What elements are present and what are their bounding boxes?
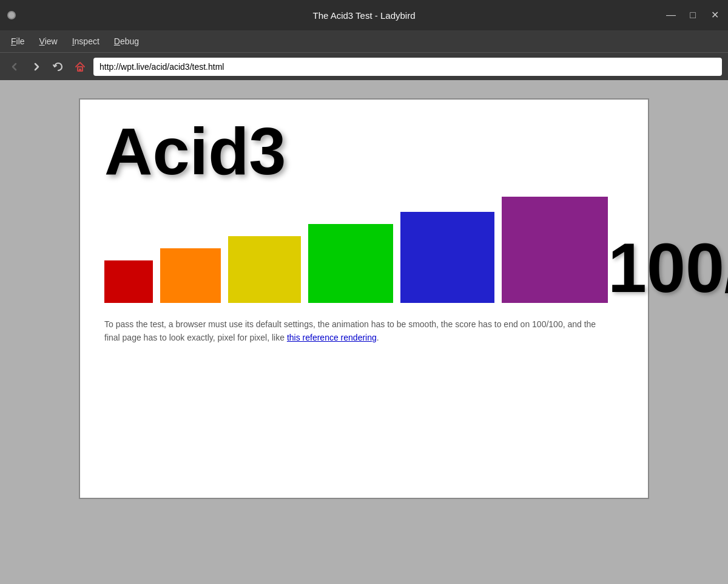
menu-inspect[interactable]: Inspect <box>66 34 106 49</box>
score-display: 100/100 <box>608 233 728 303</box>
nav-bar <box>0 52 728 80</box>
svg-rect-1 <box>79 69 81 71</box>
acid3-heading: Acid3 <box>104 118 624 185</box>
color-box-purple <box>502 197 608 303</box>
window-title: The Acid3 Test - Ladybird <box>313 10 416 21</box>
menu-view[interactable]: View <box>33 34 64 49</box>
color-box-red <box>104 260 153 303</box>
menu-bar: File View Inspect Debug <box>0 30 728 52</box>
reference-rendering-link[interactable]: this reference rendering <box>287 333 377 342</box>
maximize-button[interactable]: □ <box>687 10 699 20</box>
window-controls: — □ ✕ <box>665 10 721 20</box>
description-end: . <box>377 333 379 342</box>
back-icon <box>10 62 19 72</box>
menu-file[interactable]: File <box>5 34 31 49</box>
description-text: To pass the test, a browser must use its… <box>104 317 602 345</box>
forward-button[interactable] <box>28 58 45 75</box>
home-button[interactable] <box>72 58 89 75</box>
forward-icon <box>32 62 41 72</box>
reload-button[interactable] <box>50 58 67 75</box>
browser-content: Acid3 100/100 To pass the test, a browse… <box>0 80 728 584</box>
title-bar: The Acid3 Test - Ladybird — □ ✕ <box>0 0 728 30</box>
minimize-button[interactable]: — <box>665 10 677 20</box>
reload-icon <box>53 61 64 72</box>
webpage-frame: Acid3 100/100 To pass the test, a browse… <box>79 98 649 499</box>
color-box-blue <box>400 212 494 303</box>
color-box-yellow <box>228 236 301 303</box>
back-button[interactable] <box>6 58 23 75</box>
color-box-orange <box>160 248 221 303</box>
close-button[interactable]: ✕ <box>709 10 721 20</box>
home-icon <box>75 61 86 72</box>
title-bar-left <box>7 11 16 19</box>
color-box-green <box>308 224 393 303</box>
window-dot <box>7 11 16 19</box>
menu-debug[interactable]: Debug <box>108 34 145 49</box>
color-boxes <box>104 197 608 303</box>
url-input[interactable] <box>93 58 722 76</box>
